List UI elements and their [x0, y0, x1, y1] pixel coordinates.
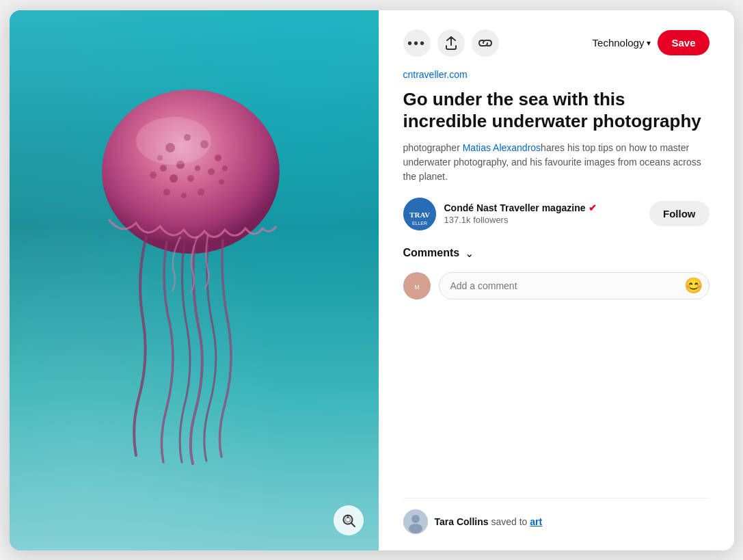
link-icon — [478, 39, 493, 47]
category-button[interactable]: Technology ▾ — [593, 37, 651, 49]
content-panel: ••• Technology ▾ — [379, 10, 734, 550]
comment-input-wrap: 😊 — [439, 272, 710, 299]
author-name-text: Condé Nast Traveller magazine — [444, 202, 586, 213]
author-followers: 137.1k followers — [444, 215, 642, 225]
link-button[interactable] — [472, 29, 499, 57]
desc-highlight: Matias Alexandros — [463, 142, 541, 153]
svg-point-17 — [198, 189, 204, 196]
avatar-image: TRAV ELLER — [403, 198, 436, 230]
svg-point-14 — [219, 179, 224, 185]
comment-input[interactable] — [439, 272, 710, 299]
svg-text:TRAV: TRAV — [409, 211, 430, 219]
svg-point-15 — [163, 189, 170, 196]
svg-point-12 — [222, 165, 228, 171]
image-panel — [10, 10, 379, 550]
source-link[interactable]: cntraveller.com — [403, 69, 710, 80]
desc-prefix: photographer — [403, 142, 463, 153]
svg-point-16 — [181, 193, 187, 198]
chevron-down-icon: ▾ — [647, 38, 651, 48]
comments-chevron-icon: ⌄ — [465, 247, 474, 260]
comment-input-row: M 😊 — [403, 272, 710, 299]
svg-point-29 — [411, 515, 420, 523]
saver-avatar[interactable] — [403, 509, 428, 534]
article-title: Go under the sea with this incredible un… — [403, 88, 710, 133]
author-name-row: Condé Nast Traveller magazine ✔ — [444, 202, 642, 213]
saved-text: saved to — [491, 516, 530, 527]
footer-saved-row: Tara Collins saved to art — [403, 498, 710, 534]
follow-button[interactable]: Follow — [649, 201, 710, 226]
svg-point-30 — [409, 524, 422, 533]
svg-point-13 — [150, 172, 157, 178]
verified-icon: ✔ — [589, 202, 597, 213]
emoji-button[interactable]: 😊 — [684, 277, 703, 295]
author-avatar[interactable]: TRAV ELLER — [403, 198, 436, 230]
save-button[interactable]: Save — [658, 30, 709, 55]
comments-section-header[interactable]: Comments ⌄ — [403, 247, 710, 260]
jellyfish-image — [71, 59, 317, 469]
author-info: Condé Nast Traveller magazine ✔ 137.1k f… — [444, 202, 642, 225]
saver-name: Tara Collins — [435, 516, 489, 527]
visual-search-button[interactable] — [334, 505, 364, 535]
svg-point-4 — [215, 155, 221, 161]
spacer — [403, 316, 710, 498]
toolbar: ••• Technology ▾ — [403, 29, 710, 57]
svg-point-9 — [170, 174, 178, 183]
category-label: Technology — [593, 37, 645, 49]
svg-point-18 — [136, 117, 211, 165]
svg-point-6 — [195, 165, 200, 171]
svg-line-20 — [351, 523, 355, 526]
toolbar-left: ••• — [403, 29, 584, 57]
share-button[interactable] — [437, 29, 465, 57]
pin-modal: ••• Technology ▾ — [10, 10, 734, 550]
current-user-avatar: M — [403, 272, 431, 299]
comments-label: Comments — [403, 247, 460, 259]
share-icon — [445, 36, 457, 50]
svg-point-10 — [187, 175, 194, 182]
article-description: photographer Matias Alexandroshares his … — [403, 141, 710, 184]
user-avatar-image: M — [403, 272, 431, 299]
svg-text:ELLER: ELLER — [411, 221, 427, 226]
toolbar-right: Technology ▾ Save — [593, 30, 710, 55]
more-icon: ••• — [407, 36, 426, 50]
emoji-icon: 😊 — [684, 277, 703, 294]
footer-saved-text: Tara Collins saved to art — [435, 516, 543, 527]
svg-point-8 — [160, 165, 167, 172]
board-link[interactable]: art — [530, 516, 542, 527]
saver-avatar-image — [403, 509, 428, 534]
svg-point-7 — [208, 168, 215, 175]
svg-text:M: M — [414, 284, 420, 291]
more-options-button[interactable]: ••• — [403, 29, 431, 57]
author-row: TRAV ELLER Condé Nast Traveller magazine… — [403, 198, 710, 230]
